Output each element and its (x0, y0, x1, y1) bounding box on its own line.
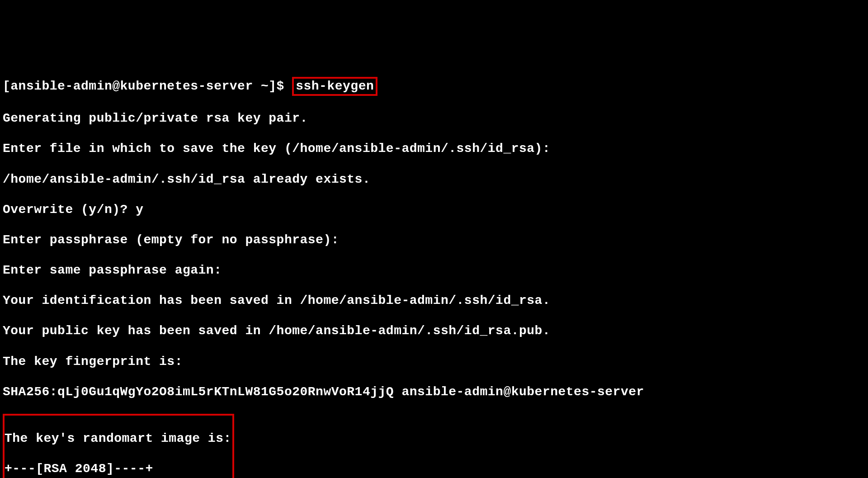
fingerprint-line: SHA256:qLj0Gu1qWgYo2O8imL5rKTnLW81G5o20R… (3, 384, 865, 400)
output-line: The key fingerprint is: (3, 354, 865, 369)
output-line: Enter file in which to save the key (/ho… (3, 141, 865, 156)
output-line: Generating public/private rsa key pair. (3, 111, 865, 126)
command-highlight: ssh-keygen (292, 77, 377, 96)
randomart-highlight: The key's randomart image is: +---[RSA 2… (3, 414, 234, 478)
randomart-header: The key's randomart image is: (5, 431, 231, 446)
terminal[interactable]: [ansible-admin@kubernetes-server ~]$ ssh… (3, 62, 865, 478)
output-line: Your identification has been saved in /h… (3, 293, 865, 308)
randomart-line: +---[RSA 2048]----+ (5, 461, 231, 477)
output-line: Enter same passphrase again: (3, 263, 865, 278)
output-line: /home/ansible-admin/.ssh/id_rsa already … (3, 172, 865, 187)
output-line: Overwrite (y/n)? y (3, 202, 865, 218)
output-line: Enter passphrase (empty for no passphras… (3, 232, 865, 248)
shell-prompt: [ansible-admin@kubernetes-server ~]$ (3, 79, 292, 93)
output-line: Your public key has been saved in /home/… (3, 323, 865, 339)
